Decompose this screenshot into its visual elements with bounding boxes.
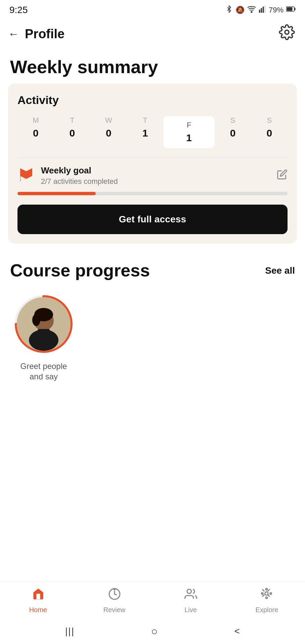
battery-level: 79%: [269, 6, 284, 14]
svg-rect-2: [261, 8, 262, 13]
signal-icon: [259, 5, 266, 15]
day-count-sat: 0: [230, 127, 236, 139]
status-bar: 9:25 🔕 79%: [0, 0, 305, 19]
back-button[interactable]: ←: [8, 28, 19, 40]
svg-rect-6: [295, 8, 296, 10]
day-count-fri: 1: [186, 132, 192, 144]
course-label: Greet peopleand say: [20, 361, 67, 382]
day-letter-fri: F: [187, 121, 191, 129]
full-access-button[interactable]: Get full access: [17, 205, 288, 234]
day-count-mon: 0: [33, 127, 39, 139]
svg-rect-16: [38, 329, 50, 333]
svg-point-20: [266, 588, 267, 590]
goal-sub: 2/7 activities completed: [41, 177, 118, 186]
home-icon: [32, 588, 45, 603]
svg-point-23: [270, 593, 271, 594]
svg-point-18: [187, 589, 191, 594]
page-title: Profile: [25, 27, 64, 41]
svg-rect-4: [264, 5, 266, 13]
activity-card-title: Activity: [17, 94, 288, 107]
goal-text: Weekly goal 2/7 activities completed: [41, 165, 118, 186]
nav-item-explore[interactable]: Explore: [250, 588, 284, 614]
android-back-button[interactable]: <: [234, 626, 240, 637]
explore-icon: [261, 588, 273, 603]
nav-label-live: Live: [184, 606, 197, 614]
svg-point-21: [266, 597, 267, 599]
day-count-thu: 1: [142, 127, 148, 139]
day-letter-tue: T: [70, 116, 74, 125]
day-wednesday[interactable]: W 0: [90, 116, 127, 139]
day-tuesday[interactable]: T 0: [54, 116, 91, 139]
course-card[interactable]: Greet peopleand say: [10, 294, 77, 382]
nav-bar: ← Profile: [0, 19, 305, 49]
day-friday[interactable]: F 1: [163, 116, 215, 148]
nav-label-explore: Explore: [256, 606, 278, 614]
mute-icon: 🔕: [235, 6, 245, 14]
goal-left: Weekly goal 2/7 activities completed: [17, 165, 118, 186]
android-nav-bar: ||| ○ <: [0, 619, 305, 644]
days-row: M 0 T 0 W 0 T 1 F 1 S 0 S 0: [17, 116, 288, 148]
battery-icon: [286, 5, 296, 15]
nav-label-home: Home: [29, 606, 47, 614]
nav-label-review: Review: [103, 606, 126, 614]
course-section: Course progress See all: [0, 244, 305, 388]
review-icon: [108, 588, 121, 603]
svg-rect-7: [287, 7, 293, 11]
day-letter-sat: S: [230, 116, 235, 125]
day-count-wed: 0: [106, 127, 112, 139]
see-all-link[interactable]: See all: [265, 265, 295, 276]
course-avatar: [17, 297, 71, 351]
activity-card: Activity M 0 T 0 W 0 T 1 F 1 S 0: [8, 84, 297, 244]
settings-button[interactable]: [279, 24, 295, 44]
card-divider: [17, 158, 288, 158]
weekly-summary-title: Weekly summary: [0, 49, 305, 84]
svg-point-8: [285, 30, 289, 34]
course-progress-title: Course progress: [10, 261, 150, 280]
nav-item-home[interactable]: Home: [21, 588, 55, 614]
bluetooth-icon: [225, 5, 233, 15]
course-header: Course progress See all: [10, 261, 295, 280]
weekly-goal-row: Weekly goal 2/7 activities completed: [17, 165, 288, 186]
day-letter-wed: W: [105, 116, 112, 125]
day-saturday[interactable]: S 0: [215, 116, 251, 139]
day-count-tue: 0: [70, 127, 75, 139]
day-count-sun: 0: [266, 127, 272, 139]
svg-rect-3: [263, 7, 264, 13]
goal-label: Weekly goal: [41, 165, 118, 176]
status-time: 9:25: [9, 5, 28, 15]
wifi-icon: [247, 5, 256, 15]
progress-bar: [17, 192, 288, 195]
day-sunday[interactable]: S 0: [251, 116, 288, 139]
svg-rect-1: [259, 10, 260, 13]
nav-item-review[interactable]: Review: [98, 588, 131, 614]
svg-point-15: [32, 314, 40, 326]
course-avatar-wrap: [13, 294, 74, 354]
flag-icon: [17, 166, 35, 185]
live-icon: [184, 588, 197, 603]
android-home-button[interactable]: ○: [151, 625, 158, 638]
day-monday[interactable]: M 0: [17, 116, 54, 139]
edit-icon[interactable]: [277, 169, 288, 182]
progress-bar-fill: [17, 192, 96, 195]
svg-point-0: [251, 11, 252, 12]
day-thursday[interactable]: T 1: [127, 116, 164, 139]
bottom-nav: Home Review Live: [0, 581, 305, 619]
svg-point-22: [261, 593, 263, 594]
android-recents-button[interactable]: |||: [65, 626, 75, 637]
day-letter-thu: T: [143, 116, 147, 125]
day-letter-mon: M: [33, 116, 39, 125]
day-letter-sun: S: [267, 116, 272, 125]
nav-item-live[interactable]: Live: [174, 588, 208, 614]
nav-left: ← Profile: [8, 27, 64, 41]
status-icons: 🔕 79%: [225, 5, 296, 15]
